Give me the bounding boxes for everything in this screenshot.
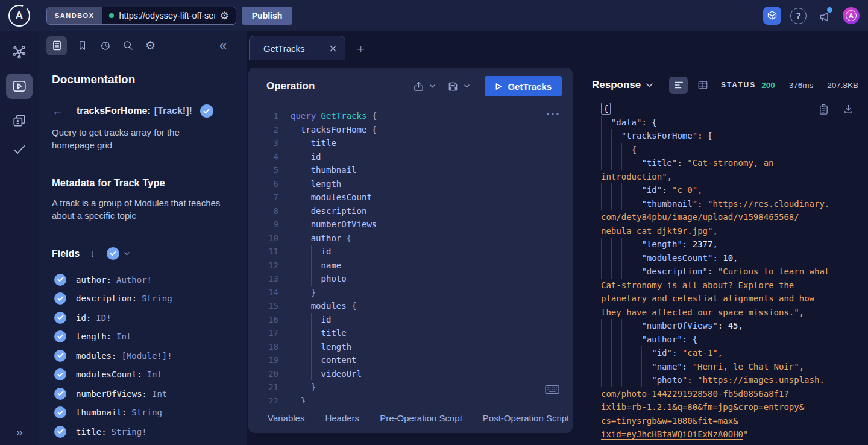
response-chevron-icon[interactable] — [646, 83, 653, 87]
field-name: title: — [76, 427, 107, 437]
run-operation-button[interactable]: GetTracks — [485, 76, 562, 96]
field-row[interactable]: length:Int — [52, 327, 233, 347]
tab-documentation-selected[interactable] — [46, 36, 67, 55]
field-row[interactable]: author:Author! — [52, 270, 233, 289]
rail-item-explorer-selected[interactable] — [6, 74, 33, 99]
select-all-check-icon[interactable] — [107, 247, 119, 260]
tab-gettracks[interactable]: GetTracks — [249, 36, 345, 60]
save-icon[interactable] — [447, 81, 459, 92]
sort-down-icon[interactable]: ↓ — [90, 248, 95, 259]
rail-item-sandbox-clone[interactable] — [12, 113, 27, 128]
endpoint-bar[interactable]: SANDBOX https://odyssey-lift-off-serv ⚙ — [46, 7, 236, 25]
copy-response-icon[interactable] — [819, 104, 829, 115]
docs-settings-icon[interactable]: ⚙ — [143, 38, 157, 53]
code-line: "id": "cat-1", — [601, 346, 868, 360]
code-line: "data": { — [601, 116, 868, 130]
raw-view-toggle-selected[interactable] — [669, 77, 688, 94]
field-check-icon[interactable] — [54, 388, 66, 400]
field-check-icon[interactable] — [54, 350, 66, 362]
operation-panel: Operation — [248, 68, 573, 433]
topbar: A SANDBOX https://odyssey-lift-off-serv … — [0, 0, 868, 31]
table-view-toggle[interactable] — [693, 77, 712, 94]
share-icon[interactable] — [413, 81, 424, 92]
indent-guide — [632, 333, 642, 347]
indent-guide — [301, 340, 311, 354]
indent-guide — [291, 163, 301, 177]
op-footer-tab[interactable]: Headers — [325, 413, 359, 423]
tab-search[interactable] — [121, 38, 136, 53]
announcements-button[interactable] — [816, 7, 834, 25]
graph-cube-button[interactable] — [763, 7, 781, 25]
line-number: 13 — [248, 272, 278, 286]
rail-item-schema[interactable] — [12, 45, 27, 59]
share-chevron-icon[interactable] — [430, 84, 435, 88]
keyboard-shortcuts-icon[interactable] — [545, 385, 559, 394]
indent-guide — [601, 360, 611, 374]
line-number: 19 — [248, 353, 278, 367]
op-footer-tab[interactable]: Pre-Operation Script — [380, 413, 462, 423]
indent-guide — [291, 313, 301, 327]
op-footer-tab[interactable]: Variables — [268, 413, 304, 423]
connection-status-dot — [109, 13, 114, 18]
new-tab-button[interactable]: + — [357, 43, 365, 56]
endpoint-url-input[interactable]: https://odyssey-lift-off-serv — [119, 11, 215, 21]
field-check-icon[interactable] — [54, 312, 66, 324]
field-selected-check-icon[interactable] — [200, 104, 213, 118]
collapse-panel-icon[interactable]: « — [219, 39, 227, 52]
field-row[interactable]: numberOfViews:Int — [52, 384, 233, 403]
download-response-icon[interactable] — [843, 104, 854, 115]
tab-history[interactable] — [98, 38, 113, 53]
indent-guide — [291, 218, 301, 232]
save-chevron-icon[interactable] — [464, 84, 470, 88]
editor-menu-icon[interactable] — [546, 112, 559, 116]
indent-guide — [611, 197, 621, 211]
endpoint-url-box[interactable]: https://odyssey-lift-off-serv ⚙ — [102, 7, 236, 24]
expand-rail-icon[interactable]: » — [16, 424, 23, 439]
fields-list: author:Author!description:Stringid:ID!le… — [52, 270, 233, 441]
help-button[interactable]: ? — [790, 8, 807, 24]
back-arrow-icon[interactable]: ← — [52, 106, 63, 116]
indent-guide — [621, 197, 632, 211]
field-check-icon[interactable] — [54, 426, 66, 438]
chevron-down-icon[interactable] — [124, 252, 130, 256]
play-icon — [495, 83, 502, 90]
indent-guide — [641, 360, 652, 374]
field-row[interactable]: id:ID! — [52, 308, 233, 327]
indent-guide — [291, 394, 301, 404]
field-row[interactable]: modulesCount:Int — [52, 365, 233, 385]
line-number: 5 — [248, 163, 278, 177]
endpoint-settings-icon[interactable]: ⚙ — [220, 11, 229, 21]
field-row[interactable]: title:String! — [52, 422, 233, 441]
apollo-logo[interactable]: A — [8, 5, 30, 27]
field-check-icon[interactable] — [54, 274, 66, 286]
response-title: Response — [592, 79, 641, 91]
close-tab-icon[interactable] — [330, 45, 336, 52]
field-check-icon[interactable] — [54, 368, 66, 380]
user-avatar[interactable]: A — [843, 7, 860, 24]
op-footer-tab[interactable]: Post-Operation Script — [483, 413, 569, 423]
field-check-icon[interactable] — [54, 330, 66, 342]
tab-bookmarks[interactable] — [75, 38, 90, 53]
field-check-icon[interactable] — [54, 406, 66, 418]
indent-guide — [301, 218, 311, 232]
field-check-icon[interactable] — [54, 292, 66, 305]
indent-guide — [601, 197, 611, 211]
field-row[interactable]: description:String — [52, 289, 233, 309]
field-row[interactable]: thumbnail:String — [52, 403, 233, 423]
indent-guide — [301, 136, 311, 150]
publish-button[interactable]: Publish — [242, 7, 293, 25]
operation-editor[interactable]: 1query GetTracks {2tracksForHome {3title… — [248, 105, 573, 403]
indent-guide — [301, 191, 311, 204]
indent-guide — [632, 197, 642, 211]
rail-item-checks[interactable] — [12, 142, 27, 157]
indent-guide — [621, 346, 632, 360]
field-row[interactable]: modules:[Module!]! — [52, 346, 233, 365]
code-line: 9numberOfViews — [248, 218, 573, 232]
response-body[interactable]: {"data": {"tracksForHome": [{"title": "C… — [581, 99, 868, 445]
selected-field-type[interactable]: [Track!]! — [154, 106, 192, 116]
code-line: 22} — [248, 394, 573, 404]
tab-label: GetTracks — [263, 43, 305, 54]
code-line: 21} — [248, 380, 573, 394]
indent-guide — [601, 129, 611, 143]
indent-guide — [621, 251, 632, 265]
